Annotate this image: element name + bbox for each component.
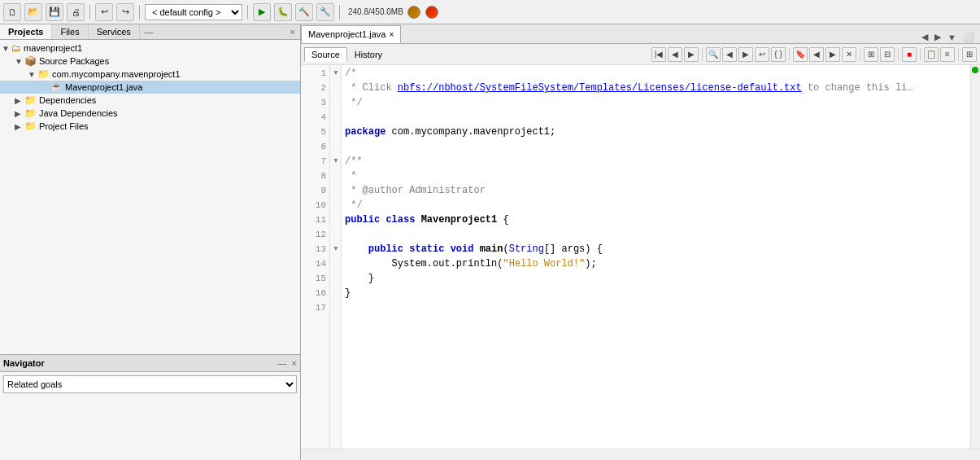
tasks-button[interactable]: 📋 xyxy=(924,47,939,62)
stop-button[interactable]: ■ xyxy=(902,47,917,62)
top-toolbar: 🗋 📂 💾 🖨 ↩ ↪ < default config > ▶ 🐛 🔨 🔧 2… xyxy=(0,0,980,24)
code-line: */ xyxy=(345,95,967,110)
memory-label: 240.8/450.0MB xyxy=(348,7,403,16)
expand-button[interactable]: ⊞ xyxy=(864,47,878,62)
editor-nav-arrows: ◀ ▶ ▼ ⬜ xyxy=(919,31,980,43)
code-line: /** xyxy=(345,154,967,169)
search-prev-button[interactable]: ◀ xyxy=(722,47,737,62)
tab-source[interactable]: Source xyxy=(304,47,347,62)
project-tree: ▼ 🗂 mavenproject1 ▼ 📦 Source Packages ▼ … xyxy=(0,40,300,354)
editor-tabs: Mavenproject1.java × ◀ ▶ ▼ ⬜ xyxy=(301,24,980,44)
java-file-icon: ☕ xyxy=(50,81,63,93)
code-line: * @author Administrator xyxy=(345,183,967,198)
search-wrap-button[interactable]: ↩ xyxy=(755,47,769,62)
navigator-close-button[interactable]: × xyxy=(292,358,297,368)
match-bracket-button[interactable]: { } xyxy=(771,47,786,62)
fold-marker xyxy=(330,198,342,212)
toggle-icon: ▶ xyxy=(15,109,24,118)
folder-icon: 📦 xyxy=(24,55,37,67)
src-sep5 xyxy=(920,48,921,61)
code-line xyxy=(345,227,967,242)
expand-editor-button[interactable]: ⊞ xyxy=(962,47,977,62)
print-button[interactable]: 🖨 xyxy=(67,3,85,21)
mem-indicator-2 xyxy=(425,6,438,19)
collapse-button[interactable]: ⊟ xyxy=(880,47,895,62)
navigator-goals-select[interactable]: Related goals Members All xyxy=(3,375,297,393)
tree-item-package[interactable]: ▼ 📁 com.mycompany.mavenproject1 xyxy=(0,68,300,81)
editor-tab-mavenproject1[interactable]: Mavenproject1.java × xyxy=(301,25,401,43)
build-button[interactable]: 🔨 xyxy=(295,3,313,21)
tab-services[interactable]: Services xyxy=(89,24,140,39)
first-member-button[interactable]: |◀ xyxy=(651,47,666,62)
prev-bookmark-button[interactable]: ◀ xyxy=(809,47,824,62)
tree-item-project-files[interactable]: ▶ 📁 Project Files xyxy=(0,120,300,133)
tree-label: Source Packages xyxy=(39,56,109,66)
nav-down-button[interactable]: ▼ xyxy=(945,32,959,43)
tree-item-dependencies[interactable]: ▶ 📁 Dependencies xyxy=(0,94,300,107)
navigator-body: Related goals Members All xyxy=(0,372,300,460)
line-number: 8 xyxy=(301,169,329,183)
run-button[interactable]: ▶ xyxy=(253,3,271,21)
line-number: 1 xyxy=(301,66,329,81)
code-content[interactable]: /* * Click nbfs://nbhost/SystemFileSyste… xyxy=(342,65,970,449)
debug-button[interactable]: 🐛 xyxy=(274,3,292,21)
toggle-icon: ▼ xyxy=(28,70,37,79)
redo-button[interactable]: ↪ xyxy=(116,3,134,21)
config-select[interactable]: < default config > xyxy=(145,4,242,20)
src-sep6 xyxy=(958,48,959,61)
src-sep3 xyxy=(860,48,860,61)
toggle-bookmark-button[interactable]: 🔖 xyxy=(793,47,808,62)
fold-marker[interactable]: ▼ xyxy=(330,66,342,81)
panel-minimize-button[interactable]: — xyxy=(140,25,159,38)
editor-tab-close-button[interactable]: × xyxy=(389,30,394,39)
next-bookmark-button[interactable]: ▶ xyxy=(825,47,840,62)
prev-member-button[interactable]: ◀ xyxy=(668,47,682,62)
search-next-button[interactable]: ▶ xyxy=(738,47,753,62)
clean-build-button[interactable]: 🔧 xyxy=(316,3,334,21)
line-number: 3 xyxy=(301,95,329,110)
main-layout: Projects Files Services — × ▼ 🗂 mavenpro… xyxy=(0,24,980,460)
search-button[interactable]: 🔍 xyxy=(706,47,721,62)
tab-files[interactable]: Files xyxy=(52,24,88,39)
source-tabs-bar: Source History |◀ ◀ ▶ 🔍 ◀ ▶ ↩ { } 🔖 ◀ ▶ … xyxy=(301,44,980,65)
tree-item-mavenproject1[interactable]: ▼ 🗂 mavenproject1 xyxy=(0,42,300,55)
fold-marker[interactable]: ▼ xyxy=(330,154,342,169)
save-button[interactable]: 💾 xyxy=(46,3,63,21)
tree-item-java-file[interactable]: ☕ Mavenproject1.java xyxy=(0,81,300,94)
maximize-button[interactable]: ⬜ xyxy=(960,31,977,43)
navigator-panel: Navigator — × Related goals Members All xyxy=(0,354,300,460)
fold-marker xyxy=(330,227,342,242)
line-number: 15 xyxy=(301,271,329,286)
undo-button[interactable]: ↩ xyxy=(95,3,113,21)
sep3 xyxy=(247,5,248,20)
code-area: 1234567891011121314151617 ▼▼▼ /* * Click… xyxy=(301,65,980,449)
horizontal-scrollbar[interactable] xyxy=(301,449,980,460)
right-gutter xyxy=(970,65,980,449)
open-button[interactable]: 📂 xyxy=(24,3,42,21)
navigator-minimize-button[interactable]: — xyxy=(273,357,292,370)
tree-item-java-dependencies[interactable]: ▶ 📁 Java Dependencies xyxy=(0,107,300,120)
panel-close-button[interactable]: × xyxy=(285,25,300,38)
nav-left-button[interactable]: ◀ xyxy=(919,31,930,43)
tab-projects[interactable]: Projects xyxy=(0,24,52,39)
fold-marker xyxy=(330,256,342,271)
folder-icon: 📁 xyxy=(24,107,37,119)
code-line xyxy=(345,110,967,125)
panel-tabs: Projects Files Services — × xyxy=(0,24,300,40)
editor-panel: Mavenproject1.java × ◀ ▶ ▼ ⬜ Source Hist… xyxy=(301,24,980,460)
clear-bookmarks-button[interactable]: ✕ xyxy=(842,47,856,62)
fold-marker xyxy=(330,125,342,139)
new-button[interactable]: 🗋 xyxy=(3,3,21,21)
folder-icon: 📁 xyxy=(24,94,37,106)
tree-item-source-packages[interactable]: ▼ 📦 Source Packages xyxy=(0,55,300,68)
next-member-button[interactable]: ▶ xyxy=(684,47,699,62)
fold-marker xyxy=(330,271,342,286)
tab-history[interactable]: History xyxy=(347,47,390,62)
more-button[interactable]: ≡ xyxy=(940,47,955,62)
fold-marker xyxy=(330,139,342,154)
fold-marker[interactable]: ▼ xyxy=(330,242,342,256)
line-number: 12 xyxy=(301,227,329,242)
left-panel: Projects Files Services — × ▼ 🗂 mavenpro… xyxy=(0,24,301,460)
nav-right-button[interactable]: ▶ xyxy=(932,31,943,43)
line-number: 6 xyxy=(301,139,329,154)
